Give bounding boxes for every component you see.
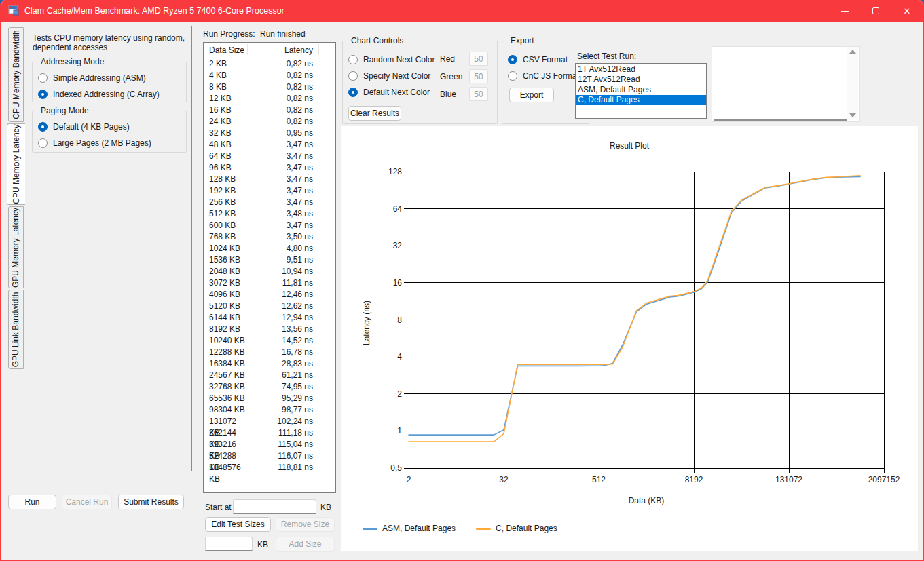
next-color-option[interactable]: Specify Next Color bbox=[348, 71, 435, 81]
table-row[interactable]: 262144 KB 111,18 ns bbox=[204, 427, 335, 439]
minimize-button[interactable] bbox=[829, 0, 860, 22]
radio-icon bbox=[348, 71, 358, 81]
table-row[interactable]: 1048576 KB 118,81 ns bbox=[204, 462, 335, 473]
export-format-option[interactable]: CnC JS Format bbox=[508, 71, 579, 81]
radio-icon bbox=[38, 90, 48, 99]
test-run-listbox: 1T Avx512Read 12T Avx512Read ASM, Defaul… bbox=[575, 63, 707, 119]
table-row[interactable]: 64 KB 3,47 ns bbox=[204, 151, 335, 162]
scroll-up-icon[interactable] bbox=[849, 50, 856, 54]
radio-label: Indexed Addressing (C Array) bbox=[53, 90, 160, 99]
red-label: Red bbox=[440, 54, 455, 64]
cancel-run-button[interactable]: Cancel Run bbox=[62, 495, 112, 509]
scrollbar[interactable] bbox=[847, 47, 858, 119]
table-row[interactable]: 393216 KB 115,04 ns bbox=[204, 439, 335, 450]
submit-results-button[interactable]: Submit Results bbox=[118, 495, 184, 509]
green-input[interactable] bbox=[469, 69, 488, 83]
table-row[interactable]: 1536 KB 9,51 ns bbox=[204, 254, 335, 266]
table-row[interactable]: 512 KB 3,48 ns bbox=[204, 208, 335, 220]
table-row[interactable]: 5120 KB 12,62 ns bbox=[204, 301, 335, 312]
table-row[interactable]: 4 KB 0,82 ns bbox=[204, 70, 335, 81]
table-row[interactable]: 32 KB 0,95 ns bbox=[204, 128, 335, 139]
table-row[interactable]: 16 KB 0,82 ns bbox=[204, 104, 335, 116]
legend-label: C, Default Pages bbox=[496, 524, 557, 533]
table-row[interactable]: 65536 KB 95,29 ns bbox=[204, 393, 335, 404]
next-color-option[interactable]: Random Next Color bbox=[348, 55, 435, 64]
run-progress-status: Run finished bbox=[260, 29, 306, 39]
sidebar-tab[interactable]: GPU Link Bandwidth bbox=[8, 290, 24, 369]
table-row[interactable]: 24567 KB 61,21 ns bbox=[204, 370, 335, 381]
add-size-input[interactable] bbox=[205, 537, 253, 551]
table-row[interactable]: 1024 KB 4,80 ns bbox=[204, 243, 335, 254]
column-latency[interactable]: Latency bbox=[246, 45, 316, 55]
close-button[interactable]: ✕ bbox=[891, 0, 923, 22]
test-settings-panel: Tests CPU memory latency using random, d… bbox=[24, 26, 192, 471]
table-row[interactable]: 2048 KB 10,94 ns bbox=[204, 266, 335, 277]
sidebar-tab[interactable]: CPU Memory Latency bbox=[7, 123, 25, 205]
table-row[interactable]: 600 KB 3,47 ns bbox=[204, 220, 335, 231]
table-row[interactable]: 4096 KB 12,46 ns bbox=[204, 289, 335, 301]
table-row[interactable]: 32768 KB 74,95 ns bbox=[204, 381, 335, 393]
table-row[interactable]: 16384 KB 28,83 ns bbox=[204, 358, 335, 370]
table-row[interactable]: 2 KB 0,82 ns bbox=[204, 58, 335, 70]
add-size-button[interactable]: Add Size bbox=[276, 537, 335, 552]
addressing-mode-option[interactable]: Simple Addressing (ASM) bbox=[38, 73, 160, 83]
radio-icon bbox=[38, 122, 48, 132]
test-run-item[interactable]: 12T Avx512Read bbox=[576, 75, 706, 85]
table-row[interactable]: 768 KB 3,50 ns bbox=[204, 231, 335, 243]
clear-results-button[interactable]: Clear Results bbox=[348, 106, 401, 121]
table-row[interactable]: 524288 KB 116,07 ns bbox=[204, 450, 335, 462]
y-axis-label: Latency (ns) bbox=[362, 301, 371, 345]
test-run-item[interactable]: 1T Avx512Read bbox=[576, 64, 706, 75]
table-row[interactable]: 12 KB 0,82 ns bbox=[204, 93, 335, 104]
table-row[interactable]: 6144 KB 12,94 ns bbox=[204, 312, 335, 324]
red-input[interactable] bbox=[469, 52, 488, 66]
radio-label: CSV Format bbox=[523, 55, 568, 64]
test-run-item[interactable]: ASM, Default Pages bbox=[576, 85, 706, 95]
table-row[interactable]: 10240 KB 14,52 ns bbox=[204, 335, 335, 347]
paging-mode-option[interactable]: Large Pages (2 MB Pages) bbox=[38, 138, 151, 148]
column-data-size[interactable]: Data Size bbox=[204, 45, 246, 55]
latency-cell: 4,80 ns bbox=[246, 243, 316, 254]
remove-size-button[interactable]: Remove Size bbox=[276, 517, 335, 532]
edit-test-sizes-button[interactable]: Edit Test Sizes bbox=[205, 517, 271, 532]
svg-text:8: 8 bbox=[397, 315, 402, 325]
maximize-button[interactable] bbox=[860, 0, 891, 22]
sidebar-tab[interactable]: GPU Memory Latency bbox=[8, 206, 24, 288]
column-divider[interactable] bbox=[318, 44, 319, 55]
next-color-option[interactable]: Default Next Color bbox=[348, 88, 435, 97]
table-row[interactable]: 3072 KB 11,81 ns bbox=[204, 277, 335, 289]
blue-input[interactable] bbox=[469, 87, 488, 101]
table-row[interactable]: 48 KB 3,47 ns bbox=[204, 139, 335, 151]
results-table: Data Size Latency 2 KB 0,82 ns 4 KB 0,82… bbox=[203, 42, 336, 493]
export-output-box[interactable] bbox=[712, 46, 860, 122]
column-divider[interactable] bbox=[247, 44, 248, 55]
table-row[interactable]: 256 KB 3,47 ns bbox=[204, 197, 335, 208]
table-row[interactable]: 192 KB 3,47 ns bbox=[204, 185, 335, 197]
export-button[interactable]: Export bbox=[509, 88, 554, 102]
sidebar-tab[interactable]: CPU Memory Bandwidth bbox=[8, 27, 24, 122]
table-row[interactable]: 98304 KB 98,77 ns bbox=[204, 404, 335, 416]
export-format-option[interactable]: CSV Format bbox=[508, 55, 579, 64]
test-run-item[interactable]: C, Default Pages bbox=[576, 95, 706, 105]
table-row[interactable]: 131072 KB 102,24 ns bbox=[204, 416, 335, 427]
results-table-header[interactable]: Data Size Latency bbox=[204, 43, 335, 58]
table-row[interactable]: 8192 KB 13,56 ns bbox=[204, 324, 335, 335]
latency-cell: 3,48 ns bbox=[246, 208, 316, 220]
svg-text:64: 64 bbox=[393, 204, 403, 214]
sidebar-tab-label: CPU Memory Bandwidth bbox=[12, 30, 21, 119]
scroll-down-icon[interactable] bbox=[849, 113, 856, 117]
latency-cell: 0,95 ns bbox=[246, 128, 316, 139]
sidebar-tab-label: CPU Memory Latency bbox=[12, 124, 21, 204]
table-row[interactable]: 128 KB 3,47 ns bbox=[204, 174, 335, 185]
table-row[interactable]: 24 KB 0,82 ns bbox=[204, 116, 335, 128]
table-row[interactable]: 96 KB 3,47 ns bbox=[204, 162, 335, 174]
start-at-input[interactable] bbox=[233, 499, 316, 514]
horizontal-scrollbar[interactable] bbox=[714, 119, 847, 121]
table-row[interactable]: 8 KB 0,82 ns bbox=[204, 81, 335, 93]
chart-controls-group: Chart Controls Random Next Color Specify… bbox=[342, 41, 498, 124]
table-row[interactable]: 12288 KB 16,78 ns bbox=[204, 347, 335, 358]
run-button[interactable]: Run bbox=[8, 495, 56, 509]
addressing-mode-option[interactable]: Indexed Addressing (C Array) bbox=[38, 90, 160, 99]
data-size-cell: 32 KB bbox=[204, 128, 246, 139]
paging-mode-option[interactable]: Default (4 KB Pages) bbox=[38, 122, 151, 132]
